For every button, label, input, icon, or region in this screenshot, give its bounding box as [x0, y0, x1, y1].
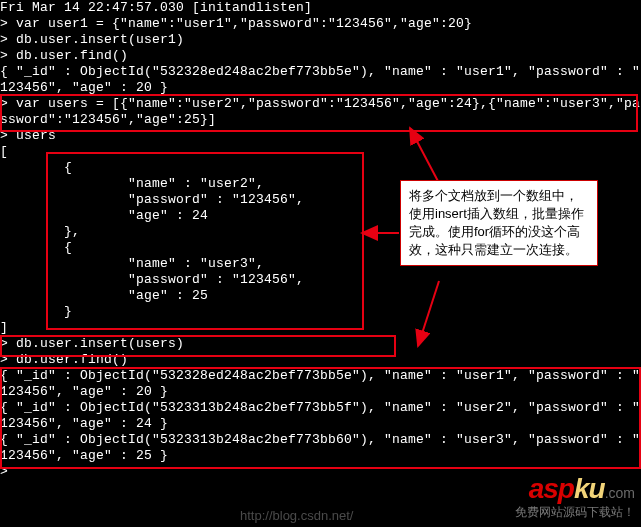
wm-asp: asp: [529, 473, 574, 504]
annotation-text: 将多个文档放到一个数组中，使用insert插入数组，批量操作完成。使用for循环…: [409, 188, 584, 257]
csdn-watermark: http://blog.csdn.net/: [240, 508, 353, 523]
watermark-tagline: 免费网站源码下载站！: [515, 504, 635, 521]
annotation-box: 将多个文档放到一个数组中，使用insert插入数组，批量操作完成。使用for循环…: [400, 180, 598, 266]
wm-com: .com: [605, 485, 635, 501]
wm-ku: ku: [574, 473, 605, 504]
watermark-logo: aspku.com: [529, 473, 635, 505]
